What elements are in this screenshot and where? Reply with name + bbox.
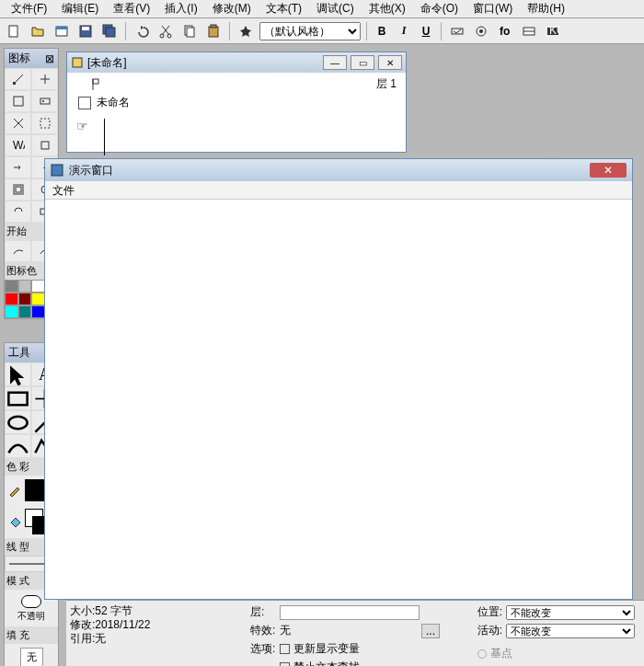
menu-command[interactable]: 命令(O) [413, 0, 466, 18]
opt2-label: 禁止文本查找 [293, 660, 360, 666]
icon-tool-5[interactable] [5, 112, 31, 134]
run-button[interactable] [236, 21, 256, 41]
icon-tool-3[interactable] [5, 90, 31, 112]
activity-select[interactable]: 不能改变 [506, 624, 635, 638]
color-swatch[interactable] [18, 280, 32, 293]
menu-text[interactable]: 文本(T) [259, 0, 309, 18]
demo-menu-file[interactable]: 文件 [52, 184, 75, 197]
undo-button[interactable] [132, 21, 152, 41]
menu-other[interactable]: 其他(X) [362, 0, 413, 18]
svg-rect-4 [82, 27, 89, 30]
pointer-indicator: ☞ [76, 119, 88, 133]
maximize-button[interactable]: ▭ [351, 55, 374, 70]
activity-label: 活动: [477, 623, 502, 638]
icon-tool-8[interactable] [31, 134, 58, 156]
opacity-label: 不透明 [8, 610, 54, 623]
demo-menubar: 文件 [45, 181, 632, 200]
icon-tool-9[interactable] [5, 156, 31, 178]
rect-tool[interactable] [5, 386, 31, 410]
cut-button[interactable] [155, 21, 176, 41]
prop-ref: 引用:无 [70, 632, 150, 646]
new-file-button[interactable] [4, 21, 24, 41]
toolbar-extra-5[interactable]: KO [543, 21, 563, 41]
toolbar-button-3[interactable] [52, 21, 72, 41]
ellipse-tool[interactable] [5, 410, 31, 434]
pencil-icon [8, 484, 21, 497]
save-all-button[interactable] [99, 21, 120, 41]
toolbar-extra-3[interactable]: fo [495, 21, 515, 41]
copy-button[interactable] [179, 21, 200, 41]
svg-rect-21 [13, 82, 16, 85]
style-select[interactable]: （默认风格） [259, 22, 361, 40]
color-swatch[interactable] [5, 305, 18, 318]
svg-rect-29 [16, 187, 21, 192]
svg-point-36 [8, 416, 27, 429]
app-icon [51, 164, 63, 177]
icon-tool-13[interactable] [5, 201, 31, 223]
document-window: [未命名] — ▭ ✕ 层 1 未命名 ☞ [66, 52, 407, 153]
svg-text:fo: fo [500, 25, 510, 38]
icon-tool-4[interactable] [31, 90, 58, 112]
bold-button[interactable]: B [373, 25, 391, 38]
toolbar-extra-4[interactable] [519, 21, 539, 41]
color-swatch[interactable] [18, 305, 32, 318]
menu-insert[interactable]: 插入(I) [157, 0, 204, 18]
underline-button[interactable]: U [417, 25, 435, 38]
icon-panel-close[interactable]: ⊠ [45, 52, 54, 65]
color-swatch[interactable] [31, 305, 45, 318]
icon-tool-11[interactable] [5, 178, 31, 201]
svg-rect-6 [106, 28, 115, 37]
mode-indicator[interactable] [21, 595, 41, 608]
icon-tool-7[interactable]: WAIT [5, 134, 31, 156]
demo-canvas[interactable] [45, 200, 632, 599]
paste-button[interactable] [203, 21, 224, 41]
layer-input[interactable] [280, 605, 420, 620]
icon-tool-6[interactable] [31, 112, 58, 134]
tree-node-label[interactable]: 未命名 [97, 95, 130, 110]
italic-button[interactable]: I [395, 24, 413, 38]
svg-point-15 [479, 29, 483, 33]
menu-file[interactable]: 文件(F) [4, 0, 54, 18]
fill-none-button[interactable]: 无 [20, 648, 43, 666]
toolbar-extra-1[interactable] [447, 21, 467, 41]
demo-window: 演示窗口 ✕ 文件 [44, 158, 633, 600]
document-titlebar[interactable]: [未命名] — ▭ ✕ [67, 52, 406, 73]
svg-rect-13 [452, 29, 463, 34]
menu-window[interactable]: 窗口(W) [466, 0, 520, 18]
curve-tool[interactable] [5, 434, 31, 458]
position-label: 位置: [477, 604, 502, 620]
save-button[interactable] [75, 21, 96, 41]
color-swatch[interactable] [5, 293, 18, 305]
fill-section-label: 填 充 [5, 626, 58, 644]
tree-node-icon[interactable] [78, 97, 91, 109]
document-title: [未命名] [87, 55, 127, 71]
toolbar-extra-2[interactable] [471, 21, 491, 41]
color-swatch[interactable] [31, 280, 45, 293]
pointer-tool[interactable] [5, 362, 31, 386]
demo-window-title: 演示窗口 [69, 163, 113, 178]
opt1-checkbox[interactable] [280, 644, 290, 654]
position-select[interactable]: 不能改变 [506, 605, 635, 620]
close-button[interactable]: ✕ [378, 55, 402, 70]
menu-help[interactable]: 帮助(H) [520, 0, 572, 18]
bucket-icon [8, 515, 21, 528]
menu-debug[interactable]: 调试(C) [309, 0, 362, 18]
menu-modify[interactable]: 修改(M) [205, 0, 259, 18]
start-tool-1[interactable] [5, 240, 31, 262]
icon-tool-1[interactable] [5, 68, 31, 90]
svg-rect-33 [8, 392, 27, 405]
color-swatch[interactable] [31, 293, 45, 305]
open-file-button[interactable] [28, 21, 48, 41]
color-swatch[interactable] [18, 293, 32, 305]
icon-tool-2[interactable] [31, 68, 58, 90]
demo-titlebar[interactable]: 演示窗口 ✕ [45, 159, 632, 181]
opt2-checkbox[interactable] [280, 662, 290, 666]
effect-browse-button[interactable]: ... [421, 624, 440, 638]
svg-rect-0 [9, 26, 17, 37]
minimize-button[interactable]: — [323, 55, 347, 70]
color-swatch[interactable] [5, 280, 18, 293]
prop-modified: 修改:2018/11/22 [70, 618, 150, 632]
menu-view[interactable]: 查看(V) [106, 0, 157, 18]
demo-close-button[interactable]: ✕ [590, 163, 627, 178]
menu-edit[interactable]: 编辑(E) [54, 0, 106, 18]
